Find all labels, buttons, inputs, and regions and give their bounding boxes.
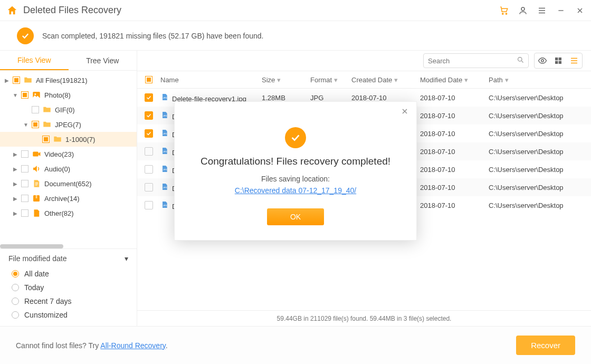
row-checkbox[interactable] [145,147,153,156]
col-created[interactable]: Created Date▾ [351,76,420,84]
tree-all-files[interactable]: ▶ All Files(191821) [0,73,137,88]
tree-audio[interactable]: ▶ Audio(0) [0,161,137,176]
tree-gif[interactable]: GIF(0) [0,102,137,117]
check-icon [17,27,34,44]
col-size[interactable]: Size▾ [262,76,310,84]
chevron-down-icon: ▾ [464,76,468,84]
toolbar [137,51,591,71]
svg-text:JPG: JPG [163,114,167,117]
chevron-right-icon[interactable]: ▶ [13,166,18,171]
search-input[interactable] [428,57,517,65]
checkbox[interactable] [42,136,50,143]
search-icon[interactable] [517,56,525,65]
row-checkbox[interactable] [145,111,153,120]
menu-icon[interactable] [537,6,547,15]
chevron-right-icon[interactable]: ▶ [13,181,18,186]
checkbox[interactable] [32,121,39,128]
svg-point-8 [541,60,544,62]
all-round-recovery-link[interactable]: All-Round Recovery [100,341,165,350]
col-name[interactable]: Name [156,76,262,84]
user-icon[interactable] [518,6,528,15]
checkbox[interactable] [21,165,28,173]
tree-video[interactable]: ▶ Video(23) [0,147,137,161]
checkbox[interactable] [21,180,28,187]
row-checkbox[interactable] [145,93,153,102]
search-box[interactable] [423,53,529,68]
folder-icon [42,120,52,129]
tree-label: JPEG(7) [55,121,81,129]
filter-today[interactable]: Today [8,281,128,294]
grid-view-icon[interactable] [550,53,566,68]
close-icon[interactable] [575,6,585,15]
svg-rect-12 [559,61,561,64]
tree-photo[interactable]: ▼ Photo(8) [0,88,137,102]
svg-text:JPG: JPG [163,150,167,152]
radio[interactable] [12,311,19,319]
tree-archive[interactable]: ▶ Archive(14) [0,191,137,206]
video-icon [32,149,41,159]
checkbox[interactable] [21,209,28,217]
checkbox[interactable] [32,106,39,113]
jpg-file-icon: JPG [160,147,169,155]
scrollbar[interactable] [0,244,63,248]
radio[interactable] [12,284,19,291]
checkbox[interactable] [21,150,28,158]
chevron-right-icon[interactable]: ▶ [13,151,18,157]
tree-document[interactable]: ▶ Document(652) [0,176,137,191]
tree-label: Document(652) [44,180,92,188]
chevron-down-icon[interactable]: ▼ [23,122,28,127]
tree: ▶ All Files(191821) ▼ Photo(8) GIF(0) ▼ [0,71,137,242]
filter-customized[interactable]: Cunstomized [8,308,128,322]
chevron-right-icon[interactable]: ▶ [13,196,18,201]
checkbox[interactable] [21,91,28,99]
jpg-file-icon: JPG [160,93,169,101]
svg-text:JPG: JPG [163,168,167,170]
home-icon[interactable] [6,5,18,16]
chevron-right-icon[interactable]: ▶ [4,78,9,83]
cell-format: JPG [310,94,351,102]
cell-path: C:\Users\server\Desktop [489,148,587,156]
audio-icon [32,164,41,174]
tab-files-view[interactable]: Files View [0,51,69,70]
radio-label: Cunstomized [24,311,68,319]
chevron-right-icon[interactable]: ▶ [13,210,18,216]
row-checkbox[interactable] [145,165,153,174]
row-checkbox[interactable] [145,129,153,138]
list-view-icon[interactable] [566,53,582,68]
footer-text: Cannot find lost files? Try All-Round Re… [16,341,168,350]
svg-text:JPG: JPG [163,186,167,188]
filter-block: File modified date ▾ All date Today Rece… [0,248,137,326]
row-checkbox[interactable] [145,201,153,209]
dialog-close-icon[interactable] [401,107,409,118]
checkbox[interactable] [13,76,20,84]
svg-rect-10 [559,58,561,60]
tree-jpeg[interactable]: ▼ JPEG(7) [0,117,137,132]
filter-header[interactable]: File modified date ▾ [8,254,128,263]
ok-button[interactable]: OK [267,208,324,225]
recovered-path-link[interactable]: C:\Recovered data 07-12_17_19_40/ [235,186,356,195]
footer: Cannot find lost files? Try All-Round Re… [0,326,591,364]
checkbox[interactable] [21,195,28,202]
col-modified[interactable]: Modified Date▾ [420,76,489,84]
tab-tree-view[interactable]: Tree View [69,51,137,70]
cart-icon[interactable] [499,6,509,15]
recover-button[interactable]: Recover [516,336,575,355]
row-checkbox[interactable] [145,183,153,191]
tree-label: All Files(191821) [36,76,88,84]
header-checkbox[interactable] [145,76,152,83]
chevron-down-icon[interactable]: ▼ [13,92,18,98]
image-icon [32,90,41,100]
col-format[interactable]: Format▾ [310,76,351,84]
tree-range[interactable]: 1-1000(7) [0,132,137,147]
filter-all-date[interactable]: All date [8,267,128,281]
svg-point-0 [502,13,503,14]
filter-recent7[interactable]: Recent 7 days [8,294,128,308]
tree-label: GIF(0) [55,106,75,114]
preview-icon[interactable] [535,53,550,68]
radio[interactable] [12,270,19,277]
col-path[interactable]: Path▾ [489,76,587,84]
tree-other[interactable]: ▶ Other(82) [0,206,137,221]
minimize-icon[interactable] [556,6,566,15]
cell-size: 1.28MB [262,94,310,102]
radio[interactable] [12,298,19,305]
